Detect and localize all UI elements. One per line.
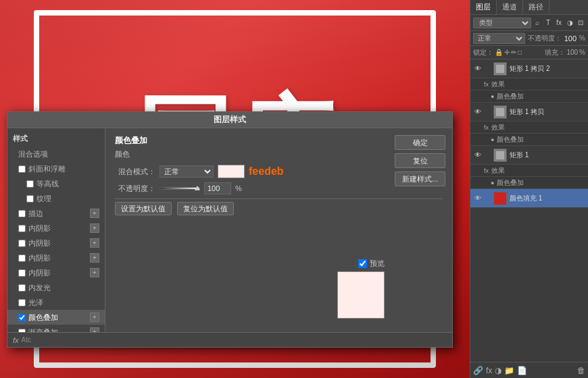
tab-paths[interactable]: 路径 (523, 0, 549, 14)
new-style-button[interactable]: 新建样式... (395, 171, 445, 186)
bevel-checkbox[interactable] (18, 165, 26, 173)
fx-filter-icon[interactable]: fx (554, 18, 564, 28)
lock-icon[interactable]: 🔒 (495, 49, 503, 56)
dialog-buttons: 确定 复位 新建样式... (395, 135, 445, 186)
inner-glow-label: 内发光 (28, 283, 51, 293)
layer-name: 矩形 1 (510, 151, 585, 160)
texture-checkbox[interactable] (26, 195, 34, 202)
inner-shadow-plus-btn-2[interactable]: + (90, 238, 99, 248)
tab-channels[interactable]: 通道 (497, 0, 523, 14)
reset-button[interactable]: 复位 (395, 153, 445, 168)
preview-checkbox[interactable] (358, 259, 367, 268)
move-icon[interactable]: ✛ (504, 49, 510, 56)
sidebar-item-texture[interactable]: 纹理 (7, 191, 105, 206)
set-default-button[interactable]: 设置为默认值 (115, 202, 172, 215)
sidebar-item-satin[interactable]: 光泽 (7, 295, 105, 310)
layer-info: 矩形 1 拷贝 2 (510, 64, 585, 74)
sub-effect-label: 颜色叠加 (497, 92, 524, 101)
stroke-plus-btn[interactable]: + (90, 209, 99, 218)
brush-icon[interactable]: ✏ (511, 49, 516, 56)
divider (115, 198, 443, 199)
inner-shadow-plus-btn-4[interactable]: + (90, 268, 99, 277)
satin-checkbox[interactable] (18, 299, 26, 306)
color-overlay-plus-btn[interactable]: + (90, 313, 99, 322)
panel-tabs: 图层 通道 路径 (470, 0, 588, 15)
layer-visibility-eye[interactable]: 👁 (473, 194, 483, 203)
layer-visibility-eye[interactable]: 👁 (473, 64, 483, 74)
svg-rect-3 (494, 192, 506, 205)
inner-shadow-checkbox-2[interactable] (18, 240, 26, 247)
layer-sub-effect: ● 颜色叠加 (470, 177, 588, 189)
bevel-label: 斜面和浮雕 (28, 164, 66, 174)
opacity-slider[interactable] (160, 187, 200, 190)
layer-item[interactable]: 👁 矩形 1 (470, 146, 588, 165)
sidebar-item-inner-shadow-2[interactable]: 内阴影 + (7, 236, 105, 250)
blend-mode-select[interactable]: 正常 (473, 33, 525, 44)
inner-shadow-checkbox-4[interactable] (18, 269, 26, 277)
layer-thumbnail (493, 105, 507, 119)
sidebar-item-contour[interactable]: 等高线 (7, 176, 105, 191)
layer-thumbnail (493, 62, 507, 76)
sidebar-item-color-overlay[interactable]: 颜色叠加 + (7, 310, 105, 325)
opacity-input[interactable] (204, 182, 231, 194)
effect-label: 效果 (491, 123, 505, 132)
new-group-icon[interactable]: 📁 (504, 366, 514, 375)
inner-shadow-checkbox-3[interactable] (18, 254, 26, 262)
blend-mode-row: 正常 不透明度： 100 % (470, 31, 588, 46)
fx-footer-icon: fx (13, 336, 19, 344)
delete-layer-icon[interactable]: 🗑 (577, 366, 585, 375)
sidebar-item-gradient-overlay[interactable]: 渐变叠加 + (7, 325, 105, 332)
layer-item[interactable]: 👁 矩形 1 拷贝 2 (470, 59, 588, 78)
inner-shadow-checkbox-1[interactable] (18, 225, 26, 232)
sidebar-item-inner-shadow-4[interactable]: 内阴影 + (7, 265, 105, 280)
sidebar-item-bevel[interactable]: 斜面和浮雕 (7, 161, 105, 176)
smart-filter-icon[interactable]: ⊡ (576, 18, 585, 28)
pixel-icon[interactable]: □ (518, 49, 522, 56)
inner-glow-checkbox[interactable] (18, 284, 26, 292)
layer-style-dialog: 图层样式 样式 混合选项 斜面和浮雕 等高线 纹理 描边 (7, 111, 453, 348)
layer-item-selected[interactable]: 👁 颜色填充 1 (470, 189, 588, 208)
contour-checkbox[interactable] (26, 180, 34, 188)
layer-effect-group: fx 效果 (470, 122, 588, 134)
sidebar-item-inner-shadow-3[interactable]: 内阴影 + (7, 250, 105, 265)
effect-icon: fx (484, 81, 489, 88)
reset-default-button[interactable]: 复位为默认值 (177, 202, 234, 215)
svg-rect-1 (495, 107, 505, 117)
text-filter-icon[interactable]: T (543, 18, 553, 28)
sidebar-item-stroke[interactable]: 描边 + (7, 206, 105, 221)
layer-link-icon (484, 107, 493, 117)
sidebar-style-label: 样式 (7, 131, 105, 146)
layer-thumbnail (493, 192, 507, 205)
dialog-sidebar: 样式 混合选项 斜面和浮雕 等高线 纹理 描边 + (7, 128, 105, 332)
new-layer-icon[interactable]: 📄 (517, 366, 527, 375)
layer-item[interactable]: 👁 矩形 1 拷贝 (470, 103, 588, 122)
inner-shadow-label-1: 内阴影 (28, 223, 51, 234)
sidebar-item-blend[interactable]: 混合选项 (7, 146, 105, 161)
layer-type-filter[interactable]: 类型 (473, 18, 531, 28)
inner-shadow-label-4: 内阴影 (28, 268, 51, 278)
adj-filter-icon[interactable]: ◑ (565, 18, 574, 28)
layer-visibility-eye[interactable]: 👁 (473, 151, 483, 160)
sub-effect-label: 颜色叠加 (497, 135, 524, 144)
filter-icon[interactable]: ⌕ (533, 18, 542, 28)
effect-label: 效果 (491, 166, 505, 176)
layer-info: 矩形 1 拷贝 (510, 107, 585, 117)
sidebar-item-inner-shadow-1[interactable]: 内阴影 + (7, 221, 105, 236)
color-swatch[interactable] (218, 165, 245, 178)
gradient-plus-btn[interactable]: + (90, 327, 99, 332)
confirm-button[interactable]: 确定 (395, 135, 445, 150)
add-adjustment-icon[interactable]: ◑ (495, 366, 501, 375)
layer-visibility-eye[interactable]: 👁 (473, 107, 483, 117)
blend-mode-form-select[interactable]: 正常 (160, 165, 214, 178)
link-layers-icon[interactable]: 🔗 (473, 366, 483, 375)
panel-footer: 🔗 fx ◑ 📁 📄 🗑 (470, 362, 588, 378)
inner-shadow-label-3: 内阴影 (28, 253, 51, 263)
color-overlay-checkbox[interactable] (18, 314, 26, 321)
action-row: 设置为默认值 复位为默认值 (115, 202, 443, 215)
stroke-checkbox[interactable] (18, 210, 26, 217)
tab-layers[interactable]: 图层 (470, 0, 497, 14)
inner-shadow-plus-btn-3[interactable]: + (90, 253, 99, 263)
inner-shadow-plus-btn[interactable]: + (90, 223, 99, 233)
add-style-icon[interactable]: fx (486, 366, 492, 375)
sidebar-item-inner-glow[interactable]: 内发光 (7, 280, 105, 295)
